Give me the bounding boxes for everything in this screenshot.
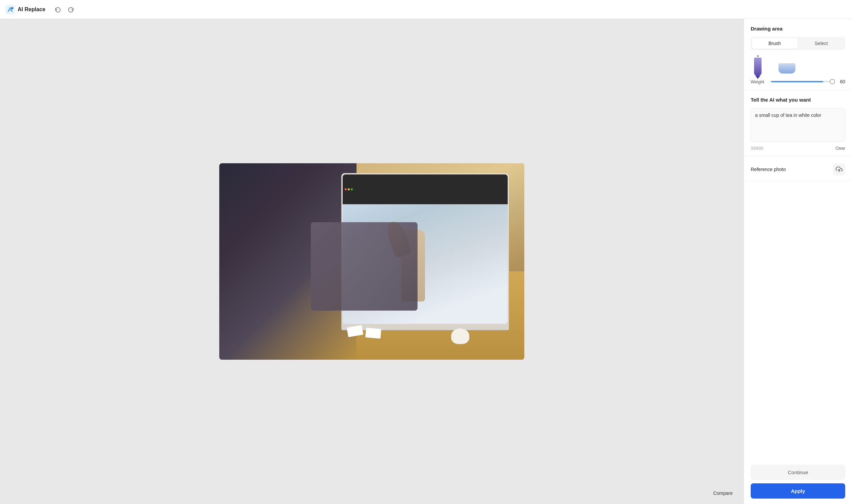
active-brush-icon[interactable] <box>754 55 762 76</box>
weight-label: Weight <box>751 79 768 84</box>
action-section: Continue Apply <box>744 459 852 504</box>
brush-dot <box>757 55 759 57</box>
canvas-image-wrapper <box>219 163 524 360</box>
app-title: AI Replace <box>18 6 46 13</box>
bottom-bar: Compare <box>709 488 737 499</box>
brush-previews <box>751 55 845 76</box>
drawing-area-title: Drawing area <box>751 26 845 32</box>
brush-select-toggle: Brush Select <box>751 37 845 50</box>
canvas-image[interactable] <box>219 163 524 360</box>
select-tab[interactable]: Select <box>798 38 845 49</box>
weight-slider-fill <box>771 81 823 82</box>
eraser-icon[interactable] <box>779 63 795 76</box>
undo-redo-group <box>52 4 76 15</box>
redo-button[interactable] <box>65 4 76 15</box>
ai-prompt-title: Tell the AI what you want <box>751 97 845 103</box>
svg-rect-0 <box>5 5 15 14</box>
char-count: 33/600 <box>751 146 763 151</box>
prompt-footer: 33/600 Clear <box>751 146 845 151</box>
weight-value: 60 <box>836 79 845 84</box>
prompt-textarea[interactable] <box>751 108 845 142</box>
weight-slider-thumb <box>830 79 835 84</box>
weight-slider[interactable] <box>771 81 832 82</box>
brush-tab[interactable]: Brush <box>752 38 798 49</box>
continue-button[interactable]: Continue <box>751 465 845 480</box>
drawing-area-section: Drawing area Brush Select <box>744 19 852 90</box>
ai-prompt-section: Tell the AI what you want 33/600 Clear <box>744 90 852 157</box>
svg-point-1 <box>11 7 13 9</box>
canvas-area[interactable]: Compare <box>0 19 744 504</box>
apply-button[interactable]: Apply <box>751 483 845 499</box>
clear-button[interactable]: Clear <box>835 146 845 151</box>
logo-area: AI Replace <box>5 5 46 14</box>
top-bar: AI Replace <box>0 0 852 19</box>
upload-reference-button[interactable] <box>833 163 845 176</box>
reference-section: Reference photo <box>744 157 852 181</box>
weight-row: Weight 60 <box>751 79 845 84</box>
right-panel: Drawing area Brush Select <box>744 19 852 504</box>
reference-label: Reference photo <box>751 167 786 172</box>
app-logo-icon <box>5 5 15 14</box>
undo-button[interactable] <box>52 4 64 15</box>
upload-icon <box>836 166 842 173</box>
reference-row: Reference photo <box>751 163 845 176</box>
main-layout: Compare Drawing area Brush Select <box>0 19 852 504</box>
compare-button[interactable]: Compare <box>709 488 737 499</box>
